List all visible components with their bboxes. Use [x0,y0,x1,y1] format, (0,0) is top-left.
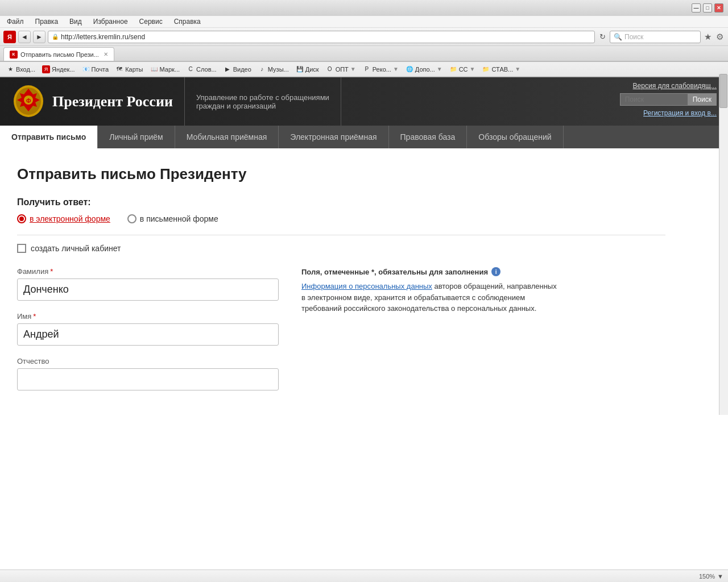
minimize-button[interactable]: — [692,3,701,13]
search-bar[interactable]: 🔍 Поиск [610,31,701,43]
site-search-input[interactable] [620,93,688,106]
nav-tab-legal-basis[interactable]: Правовая база [389,126,468,148]
nav-tab-personal-reception[interactable]: Личный приём [98,126,175,148]
tab-favicon: К [10,51,18,59]
bookmark-item-7[interactable]: ♪ Музы... [255,65,292,74]
surname-field: Фамилия * [17,267,279,301]
patronymic-label: Отчество [17,357,279,365]
bookmark-icon-5: С [187,65,195,73]
radio-postal-label: в письменной форме [140,214,218,223]
scrollbar-vertical[interactable] [719,74,728,415]
bookmark-label-9: ОПТ [336,66,349,73]
nav-tab-mobile-reception[interactable]: Мобильная приёмная [175,126,279,148]
menu-help[interactable]: Справка [172,17,203,26]
bookmark-icon-13: 📁 [482,65,490,73]
bookmark-item-5[interactable]: С Слов... [184,65,220,74]
menu-service[interactable]: Сервис [137,17,165,26]
menu-file[interactable]: Файл [5,17,26,26]
settings-gear-icon[interactable]: ⚙ [715,31,725,43]
receive-answer-label: Получить ответ: [17,197,665,207]
bookmark-label-10: Реко... [373,66,391,73]
bookmark-item-12[interactable]: 📁 СС ▼ [446,65,478,74]
bookmark-icon-3: 🗺 [115,65,123,73]
personal-data-link[interactable]: Информация о персональных данных [301,282,432,290]
tab-bar: К Отправить письмо Прези... ✕ [0,46,728,62]
surname-required-star: * [50,267,53,276]
bookmark-item-13[interactable]: 📁 СТАВ... ▼ [479,65,523,74]
tab-title: Отправить письмо Прези... [20,51,99,58]
nav-tab-electronic-reception[interactable]: Электронная приёмная [279,126,388,148]
name-required-star: * [33,312,36,321]
maximize-button[interactable]: □ [703,3,712,13]
bookmark-icon-9: О [326,65,334,73]
title-bar: — □ ✕ [0,0,728,16]
bookmark-label-1: Яндек... [52,66,75,73]
window-controls[interactable]: — □ ✕ [692,3,723,13]
name-input[interactable] [17,323,279,346]
yandex-logo-button[interactable]: Я [3,31,16,43]
menu-favorites[interactable]: Избранное [91,17,130,26]
patronymic-input[interactable] [17,368,279,390]
radio-electronic[interactable]: в электронной форме [17,214,110,223]
bookmark-item-10[interactable]: Р Реко... ▼ [360,65,402,74]
scrollbar-thumb[interactable] [719,74,727,108]
create-account-checkbox[interactable] [17,244,26,253]
bookmark-item-8[interactable]: 💾 Диск [293,65,322,74]
bookmark-icon-10: Р [363,65,371,73]
tab-close-button[interactable]: ✕ [104,51,108,57]
bookmark-item-11[interactable]: 🌐 Допо... ▼ [403,65,445,74]
bookmarks-bar: ★ Вход... Я Яндек... 📧 Почта 🗺 Карты 📖 М… [0,62,728,77]
lock-icon: 🔒 [52,34,59,40]
bookmark-icon-8: 💾 [296,65,304,73]
patronymic-field: Отчество [17,357,279,390]
browser-tab-active[interactable]: К Отправить письмо Прези... ✕ [3,47,114,61]
nav-tab-send-letter[interactable]: Отправить письмо [0,126,98,148]
radio-electronic-circle[interactable] [17,214,26,223]
visually-impaired-link[interactable]: Версия для слабовидящ... [633,82,717,90]
bookmark-label-0: Вход... [16,66,35,73]
refresh-button[interactable]: ↻ [597,32,607,42]
radio-electronic-dot [19,217,24,221]
bookmark-item-3[interactable]: 🗺 Карты [113,65,146,74]
bookmark-icon-7: ♪ [258,65,266,73]
menu-bar: Файл Правка Вид Избранное Сервис Справка [0,16,728,28]
radio-postal-circle[interactable] [127,214,136,223]
page-content: Отправить письмо Президенту Получить отв… [0,148,682,413]
bookmark-item-2[interactable]: 📧 Почта [79,65,112,74]
coat-of-arms-icon: Ф [11,83,46,120]
nav-tab-reviews[interactable]: Обзоры обращений [467,126,563,148]
radio-postal[interactable]: в письменной форме [127,214,218,223]
form-info-right: Поля, отмеченные *, обязательны для запо… [301,267,557,402]
bookmark-item-1[interactable]: Я Яндек... [39,65,78,74]
surname-label: Фамилия * [17,267,279,276]
address-bar[interactable]: 🔒 http://letters.kremlin.ru/send [48,31,595,43]
form-fields-left: Фамилия * Имя * Отчество [17,267,279,402]
required-fields-info: Поля, отмеченные *, обязательны для запо… [301,267,557,314]
bookmark-item-4[interactable]: 📖 Марк... [147,65,183,74]
bookmark-item-0[interactable]: ★ Вход... [3,65,38,74]
menu-view[interactable]: Вид [67,17,84,26]
registration-link[interactable]: Регистрация и вход в... [643,109,717,117]
bookmark-item-6[interactable]: ▶ Видео [221,65,254,74]
bookmark-label-6: Видео [233,66,251,73]
site-title: Президент России [52,93,173,110]
surname-input[interactable] [17,278,279,301]
site-search-button[interactable]: Поиск [688,93,717,106]
bookmark-label-4: Марк... [160,66,180,73]
name-field: Имя * [17,312,279,346]
site-subtitle-line2: граждан и организаций [196,102,329,110]
navigation-bar: Я ◄ ► 🔒 http://letters.kremlin.ru/send ↻… [0,28,728,46]
close-button[interactable]: ✕ [714,3,723,13]
forward-button[interactable]: ► [33,31,46,43]
bookmark-icon-1: Я [42,65,50,73]
menu-edit[interactable]: Правка [33,17,61,26]
radio-group-answer-type: в электронной форме в письменной форме [17,214,665,223]
bookmark-item-9[interactable]: О ОПТ ▼ [323,65,359,74]
bookmark-label-2: Почта [92,66,109,73]
favorites-star-icon[interactable]: ★ [703,31,713,43]
back-button[interactable]: ◄ [18,31,31,43]
bookmark-icon-4: 📖 [150,65,158,73]
required-fields-title: Поля, отмеченные *, обязательны для запо… [301,267,557,276]
page-title: Отправить письмо Президенту [17,165,665,183]
site-subtitle-line1: Управление по работе с обращениями [196,93,329,102]
